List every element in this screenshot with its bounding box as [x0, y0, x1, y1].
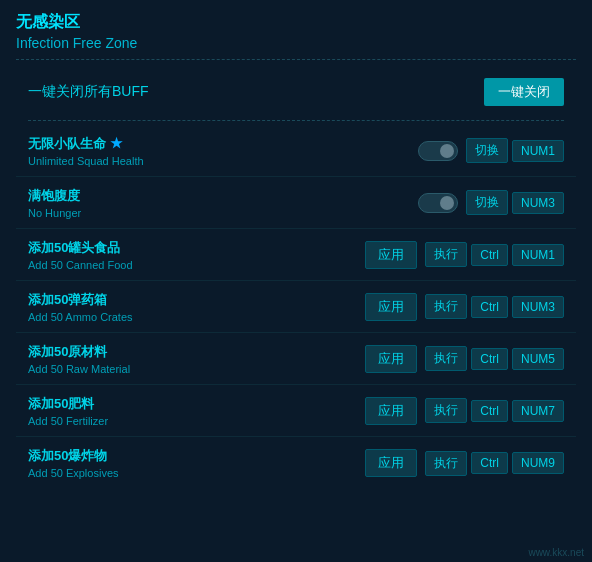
key-num-add-explosives: NUM9 [512, 452, 564, 474]
key-group-add-canned-food: 执行CtrlNUM1 [425, 242, 564, 267]
key-ctrl-add-raw-material: Ctrl [471, 348, 508, 370]
apply-button-add-fertilizer[interactable]: 应用 [365, 397, 417, 425]
header-row: 一键关闭所有BUFF 一键关闭 [16, 70, 576, 114]
item-row-unlimited-squad-health: 无限小队生命★Unlimited Squad Health切换NUM1 [16, 125, 576, 177]
title-zh: 无感染区 [16, 12, 576, 33]
key-switch-unlimited-squad-health[interactable]: 切换 [466, 138, 508, 163]
item-labels-add-explosives: 添加50爆炸物Add 50 Explosives [28, 447, 365, 479]
item-row-no-hunger: 满饱腹度No Hunger切换NUM3 [16, 177, 576, 229]
item-controls-unlimited-squad-health: 切换NUM1 [418, 138, 564, 163]
key-group-add-explosives: 执行CtrlNUM9 [425, 451, 564, 476]
item-labels-add-ammo-crates: 添加50弹药箱Add 50 Ammo Crates [28, 291, 365, 323]
item-row-add-explosives: 添加50爆炸物Add 50 Explosives应用执行CtrlNUM9 [16, 437, 576, 489]
toggle-thumb [440, 196, 454, 210]
watermark: www.kkx.net [528, 547, 584, 558]
item-labels-no-hunger: 满饱腹度No Hunger [28, 187, 418, 219]
key-group-add-raw-material: 执行CtrlNUM5 [425, 346, 564, 371]
item-controls-add-explosives: 应用执行CtrlNUM9 [365, 449, 564, 477]
key-ctrl-add-ammo-crates: Ctrl [471, 296, 508, 318]
item-row-add-canned-food: 添加50罐头食品Add 50 Canned Food应用执行CtrlNUM1 [16, 229, 576, 281]
item-row-add-fertilizer: 添加50肥料Add 50 Fertilizer应用执行CtrlNUM7 [16, 385, 576, 437]
item-row-add-raw-material: 添加50原材料Add 50 Raw Material应用执行CtrlNUM5 [16, 333, 576, 385]
key-group-unlimited-squad-health: 切换NUM1 [466, 138, 564, 163]
toggle-thumb [440, 144, 454, 158]
item-name-zh-unlimited-squad-health: 无限小队生命★ [28, 135, 418, 153]
key-exec-add-canned-food[interactable]: 执行 [425, 242, 467, 267]
toggle-unlimited-squad-health[interactable] [418, 141, 458, 161]
close-all-button[interactable]: 一键关闭 [484, 78, 564, 106]
item-name-zh-add-fertilizer: 添加50肥料 [28, 395, 365, 413]
item-name-en-unlimited-squad-health: Unlimited Squad Health [28, 155, 418, 167]
item-row-add-ammo-crates: 添加50弹药箱Add 50 Ammo Crates应用执行CtrlNUM3 [16, 281, 576, 333]
header-label: 一键关闭所有BUFF [28, 83, 149, 101]
item-name-en-add-fertilizer: Add 50 Fertilizer [28, 415, 365, 427]
key-ctrl-add-fertilizer: Ctrl [471, 400, 508, 422]
key-num-add-fertilizer: NUM7 [512, 400, 564, 422]
key-exec-add-raw-material[interactable]: 执行 [425, 346, 467, 371]
apply-button-add-ammo-crates[interactable]: 应用 [365, 293, 417, 321]
item-name-zh-add-ammo-crates: 添加50弹药箱 [28, 291, 365, 309]
main-container: 无感染区 Infection Free Zone 一键关闭所有BUFF 一键关闭… [0, 0, 592, 501]
item-name-en-add-canned-food: Add 50 Canned Food [28, 259, 365, 271]
item-labels-unlimited-squad-health: 无限小队生命★Unlimited Squad Health [28, 135, 418, 167]
key-num-add-canned-food: NUM1 [512, 244, 564, 266]
key-num-add-raw-material: NUM5 [512, 348, 564, 370]
key-exec-add-fertilizer[interactable]: 执行 [425, 398, 467, 423]
item-name-zh-add-raw-material: 添加50原材料 [28, 343, 365, 361]
item-controls-add-ammo-crates: 应用执行CtrlNUM3 [365, 293, 564, 321]
key-exec-add-explosives[interactable]: 执行 [425, 451, 467, 476]
key-num-no-hunger: NUM3 [512, 192, 564, 214]
key-num-unlimited-squad-health: NUM1 [512, 140, 564, 162]
key-group-no-hunger: 切换NUM3 [466, 190, 564, 215]
item-labels-add-canned-food: 添加50罐头食品Add 50 Canned Food [28, 239, 365, 271]
key-switch-no-hunger[interactable]: 切换 [466, 190, 508, 215]
items-list: 无限小队生命★Unlimited Squad Health切换NUM1满饱腹度N… [16, 125, 576, 489]
title-en: Infection Free Zone [16, 35, 576, 60]
item-name-zh-no-hunger: 满饱腹度 [28, 187, 418, 205]
toggle-no-hunger[interactable] [418, 193, 458, 213]
item-name-en-add-explosives: Add 50 Explosives [28, 467, 365, 479]
key-num-add-ammo-crates: NUM3 [512, 296, 564, 318]
star-icon: ★ [110, 135, 123, 151]
item-controls-add-fertilizer: 应用执行CtrlNUM7 [365, 397, 564, 425]
key-ctrl-add-canned-food: Ctrl [471, 244, 508, 266]
apply-button-add-canned-food[interactable]: 应用 [365, 241, 417, 269]
section-divider [28, 120, 564, 121]
item-name-en-add-raw-material: Add 50 Raw Material [28, 363, 365, 375]
key-exec-add-ammo-crates[interactable]: 执行 [425, 294, 467, 319]
key-group-add-fertilizer: 执行CtrlNUM7 [425, 398, 564, 423]
key-ctrl-add-explosives: Ctrl [471, 452, 508, 474]
apply-button-add-explosives[interactable]: 应用 [365, 449, 417, 477]
item-name-zh-add-explosives: 添加50爆炸物 [28, 447, 365, 465]
item-name-en-no-hunger: No Hunger [28, 207, 418, 219]
item-name-zh-add-canned-food: 添加50罐头食品 [28, 239, 365, 257]
apply-button-add-raw-material[interactable]: 应用 [365, 345, 417, 373]
item-labels-add-raw-material: 添加50原材料Add 50 Raw Material [28, 343, 365, 375]
key-group-add-ammo-crates: 执行CtrlNUM3 [425, 294, 564, 319]
item-controls-add-raw-material: 应用执行CtrlNUM5 [365, 345, 564, 373]
item-controls-no-hunger: 切换NUM3 [418, 190, 564, 215]
item-name-en-add-ammo-crates: Add 50 Ammo Crates [28, 311, 365, 323]
item-labels-add-fertilizer: 添加50肥料Add 50 Fertilizer [28, 395, 365, 427]
item-controls-add-canned-food: 应用执行CtrlNUM1 [365, 241, 564, 269]
